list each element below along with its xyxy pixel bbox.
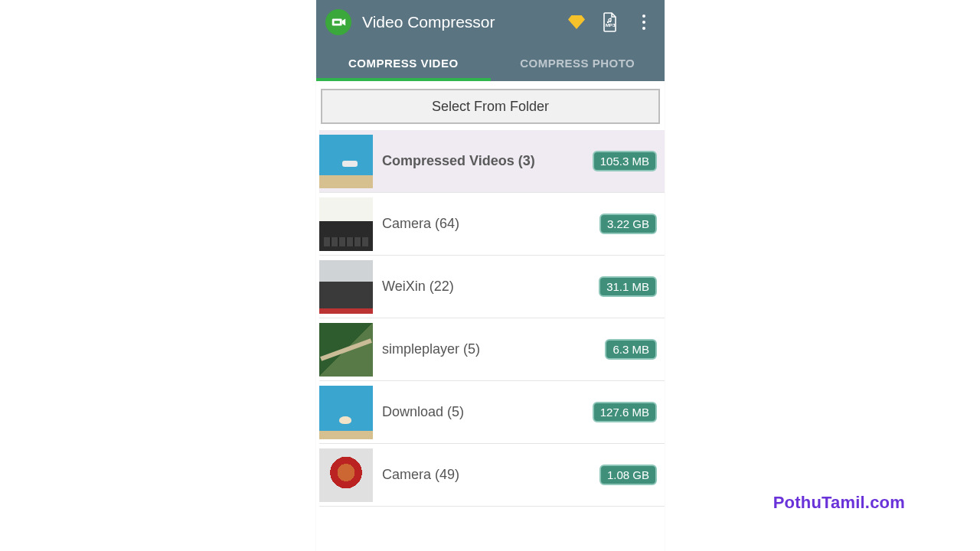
folder-row[interactable]: Download (5) 127.6 MB — [319, 381, 665, 444]
tab-bar: COMPRESS VIDEO COMPRESS PHOTO — [316, 44, 665, 81]
folder-thumbnail — [319, 135, 373, 188]
folder-label: simpleplayer (5) — [382, 341, 596, 357]
folder-label: Camera (49) — [382, 467, 590, 483]
size-chip: 3.22 GB — [599, 214, 657, 234]
compressor-badge-icon — [330, 14, 347, 31]
folder-label: WeiXin (22) — [382, 279, 590, 295]
svg-marker-1 — [342, 18, 346, 25]
size-chip: 127.6 MB — [593, 402, 657, 422]
diamond-icon — [568, 15, 585, 29]
folder-row[interactable]: WeiXin (22) 31.1 MB — [319, 256, 665, 318]
folder-thumbnail — [319, 197, 373, 251]
premium-button[interactable] — [565, 11, 588, 34]
folder-label: Camera (64) — [382, 216, 590, 232]
svg-text:MP3: MP3 — [606, 22, 616, 28]
overflow-dot-icon — [642, 21, 645, 24]
size-chip: 1.08 GB — [599, 465, 657, 485]
folder-label: Compressed Videos (3) — [382, 153, 583, 169]
svg-point-5 — [609, 21, 611, 22]
file-mp3-icon: MP3 — [601, 12, 619, 32]
folder-thumbnail — [319, 386, 373, 439]
app-icon — [325, 9, 351, 35]
app-frame: Video Compressor MP3 COMPRESS VIDEO COMP… — [316, 0, 665, 551]
folder-label: Download (5) — [382, 404, 583, 420]
overflow-menu-button[interactable] — [632, 11, 655, 34]
tab-compress-photo[interactable]: COMPRESS PHOTO — [491, 44, 665, 81]
folder-row[interactable]: simpleplayer (5) 6.3 MB — [319, 318, 665, 381]
folder-list: Compressed Videos (3) 105.3 MB Camera (6… — [316, 130, 665, 551]
svg-rect-2 — [335, 21, 340, 24]
convert-audio-button[interactable]: MP3 — [599, 11, 622, 34]
folder-thumbnail — [319, 448, 373, 502]
app-title: Video Compressor — [362, 13, 554, 31]
watermark-text: PothuTamil.com — [773, 493, 905, 513]
select-from-folder-button[interactable]: Select From Folder — [321, 89, 660, 124]
folder-thumbnail — [319, 260, 373, 314]
tab-compress-video[interactable]: COMPRESS VIDEO — [316, 44, 491, 81]
content-area: Select From Folder Compressed Videos (3)… — [316, 81, 665, 551]
size-chip: 31.1 MB — [599, 276, 657, 297]
svg-point-4 — [607, 21, 609, 23]
folder-row[interactable]: Camera (64) 3.22 GB — [319, 193, 665, 256]
size-chip: 6.3 MB — [605, 339, 657, 360]
folder-thumbnail — [319, 323, 373, 377]
overflow-dot-icon — [642, 27, 645, 30]
folder-row[interactable]: Compressed Videos (3) 105.3 MB — [319, 130, 665, 193]
folder-row[interactable]: Camera (49) 1.08 GB — [319, 444, 665, 507]
app-bar: Video Compressor MP3 — [316, 0, 665, 44]
overflow-dot-icon — [642, 15, 645, 18]
size-chip: 105.3 MB — [593, 151, 657, 171]
